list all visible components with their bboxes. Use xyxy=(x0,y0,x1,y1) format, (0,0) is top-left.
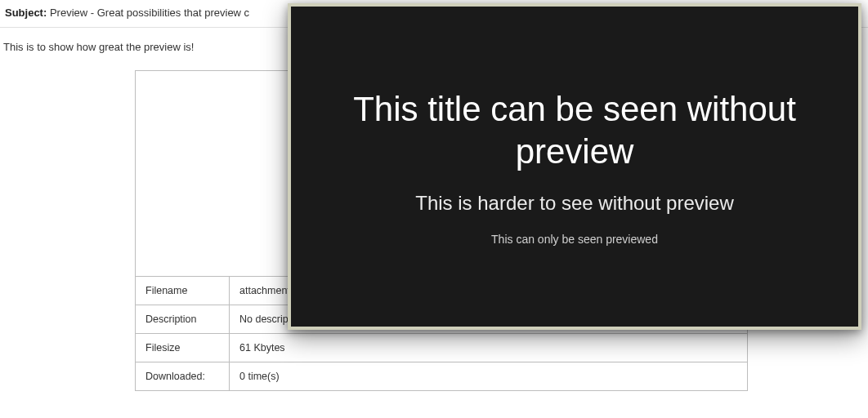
filename-key: Filename xyxy=(136,277,230,305)
message-body-text: This is to show how great the preview is… xyxy=(3,41,194,53)
table-row: Downloaded: 0 time(s) xyxy=(136,362,748,391)
preview-title: This title can be seen without preview xyxy=(321,88,828,174)
downloaded-key: Downloaded: xyxy=(136,362,230,391)
preview-overlay[interactable]: This title can be seen without preview T… xyxy=(288,3,861,330)
table-row: Filesize 61 Kbytes xyxy=(136,334,748,362)
preview-subtitle: This is harder to see without preview xyxy=(415,192,734,215)
filesize-value: 61 Kbytes xyxy=(230,334,748,362)
subject-value: Preview - Great possibilities that previ… xyxy=(50,7,249,19)
subject-label: Subject: xyxy=(5,7,47,19)
downloaded-value: 0 time(s) xyxy=(230,362,748,391)
filesize-key: Filesize xyxy=(136,334,230,362)
description-key: Description xyxy=(136,305,230,334)
preview-small-text: This can only be seen previewed xyxy=(491,233,658,246)
